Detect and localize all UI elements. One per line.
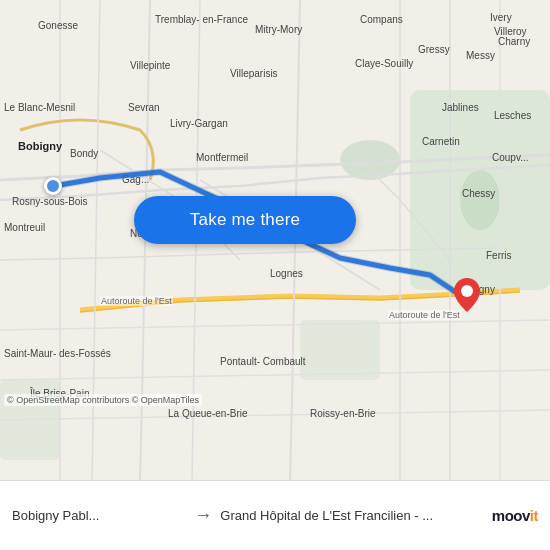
button-label: Take me there bbox=[190, 210, 300, 230]
origin-label-container: Bobigny Pabl... bbox=[12, 508, 186, 523]
moovit-text: moovit bbox=[492, 507, 538, 524]
destination-label-container: Grand Hôpital de L'Est Francilien - ... bbox=[220, 508, 481, 523]
destination-label: Grand Hôpital de L'Est Francilien - ... bbox=[220, 508, 481, 523]
bottom-bar: Bobigny Pabl... → Grand Hôpital de L'Est… bbox=[0, 480, 550, 550]
take-me-there-button[interactable]: Take me there bbox=[134, 196, 356, 244]
route-arrow: → bbox=[194, 505, 212, 526]
moovit-logo: moovit bbox=[492, 507, 538, 524]
svg-point-4 bbox=[460, 170, 500, 230]
origin-label: Bobigny Pabl... bbox=[12, 508, 186, 523]
map-attribution: © OpenStreetMap contributors © OpenMapTi… bbox=[4, 394, 202, 406]
svg-rect-1 bbox=[300, 320, 380, 380]
map-container: GonesseTremblay- en-FranceMitry-MoryComp… bbox=[0, 0, 550, 480]
origin-marker bbox=[44, 177, 62, 195]
svg-point-5 bbox=[461, 285, 473, 297]
destination-marker bbox=[454, 278, 480, 316]
